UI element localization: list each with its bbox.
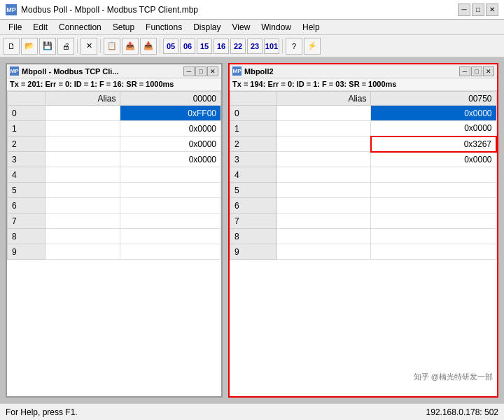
app-icon: MP bbox=[6, 4, 17, 15]
window2: MP Mbpoll2 ─ □ ✕ Tx = 194: Err = 0: ID =… bbox=[228, 63, 498, 398]
table-row[interactable]: 4 bbox=[8, 167, 221, 183]
fc06-btn[interactable]: 06 bbox=[180, 38, 195, 54]
alias-cell bbox=[277, 244, 371, 260]
value-cell[interactable] bbox=[371, 198, 496, 214]
value-cell[interactable] bbox=[120, 167, 221, 183]
alias-cell bbox=[277, 214, 371, 229]
fc101-btn[interactable]: 101 bbox=[264, 38, 279, 54]
stop-btn[interactable]: ✕ bbox=[80, 38, 97, 55]
toolbar-sep-4 bbox=[282, 39, 283, 53]
value-cell[interactable] bbox=[371, 214, 496, 229]
row-num-cell: 5 bbox=[230, 183, 277, 198]
maximize-btn[interactable]: □ bbox=[472, 4, 484, 16]
value-cell[interactable]: 0x0000 bbox=[120, 136, 221, 152]
table-row[interactable]: 9 bbox=[230, 244, 497, 260]
help-btn[interactable]: ? bbox=[286, 38, 302, 55]
value-cell[interactable]: 0x0000 bbox=[371, 121, 496, 136]
value-cell[interactable]: 0xFF00 bbox=[120, 106, 221, 121]
window1-close[interactable]: ✕ bbox=[207, 66, 218, 76]
row-num-cell: 9 bbox=[230, 244, 277, 260]
table-row[interactable]: 10x0000 bbox=[230, 121, 497, 136]
table-row[interactable]: 8 bbox=[230, 229, 497, 244]
minimize-btn[interactable]: ─ bbox=[458, 4, 470, 16]
window2-minimize[interactable]: ─ bbox=[459, 66, 470, 76]
value-cell[interactable] bbox=[120, 214, 221, 229]
export-btn[interactable]: 📤 bbox=[122, 38, 139, 55]
value-cell[interactable] bbox=[120, 244, 221, 260]
table-row[interactable]: 30x0000 bbox=[230, 152, 497, 167]
value-cell[interactable] bbox=[371, 229, 496, 244]
print-btn[interactable]: 🖨 bbox=[57, 38, 74, 55]
new-btn[interactable]: 🗋 bbox=[3, 38, 20, 55]
table-row[interactable]: 30x0000 bbox=[8, 152, 221, 167]
import-btn[interactable]: 📥 bbox=[140, 38, 157, 55]
row-num-cell: 3 bbox=[230, 152, 277, 167]
value-cell[interactable] bbox=[371, 183, 496, 198]
row-num-cell: 1 bbox=[8, 121, 46, 136]
table-row[interactable]: 00xFF00 bbox=[8, 106, 221, 121]
value-cell[interactable]: 0x0000 bbox=[120, 121, 221, 136]
save-btn[interactable]: 💾 bbox=[39, 38, 56, 55]
menu-window[interactable]: Window bbox=[255, 21, 297, 34]
table-row[interactable]: 20x3267 bbox=[230, 136, 497, 152]
fc22-btn[interactable]: 22 bbox=[230, 38, 246, 54]
open-btn[interactable]: 📂 bbox=[21, 38, 38, 55]
table-row[interactable]: 7 bbox=[230, 214, 497, 229]
menu-view[interactable]: View bbox=[227, 21, 256, 34]
table-row[interactable]: 5 bbox=[8, 183, 221, 198]
about-btn[interactable]: ⚡ bbox=[304, 38, 321, 55]
row-num-cell: 0 bbox=[8, 106, 46, 121]
value-cell[interactable]: 0x3267 bbox=[371, 136, 496, 152]
main-area: MP Mbpoll - Modbus TCP Cli... ─ □ ✕ Tx =… bbox=[0, 57, 504, 403]
menu-functions[interactable]: Functions bbox=[140, 21, 188, 34]
table-row[interactable]: 20x0000 bbox=[8, 136, 221, 152]
window2-table: Alias 00750 00x000010x000020x326730x0000… bbox=[230, 91, 497, 260]
menu-bar: File Edit Connection Setup Functions Dis… bbox=[0, 20, 504, 35]
copy-btn[interactable]: 📋 bbox=[104, 38, 120, 55]
table-row[interactable]: 7 bbox=[8, 214, 221, 229]
menu-edit[interactable]: Edit bbox=[27, 21, 53, 34]
menu-file[interactable]: File bbox=[3, 21, 27, 34]
fc16-btn[interactable]: 16 bbox=[214, 38, 229, 54]
value-cell[interactable]: 0x0000 bbox=[371, 106, 496, 121]
close-btn[interactable]: ✕ bbox=[486, 4, 498, 16]
value-cell[interactable]: 0x0000 bbox=[120, 152, 221, 167]
value-cell[interactable] bbox=[120, 198, 221, 214]
row-num-cell: 8 bbox=[8, 229, 46, 244]
menu-setup[interactable]: Setup bbox=[107, 21, 140, 34]
window1-maximize[interactable]: □ bbox=[195, 66, 206, 76]
table-row[interactable]: 8 bbox=[8, 229, 221, 244]
menu-help[interactable]: Help bbox=[297, 21, 326, 34]
fc23-btn[interactable]: 23 bbox=[247, 38, 262, 54]
window1-icon: MP bbox=[10, 66, 19, 76]
row-num-cell: 7 bbox=[8, 214, 46, 229]
table-row[interactable]: 6 bbox=[8, 198, 221, 214]
row-num-cell: 2 bbox=[8, 136, 46, 152]
fc15-btn[interactable]: 15 bbox=[197, 38, 212, 54]
row-num-cell: 0 bbox=[230, 106, 277, 121]
value-cell[interactable] bbox=[371, 167, 496, 183]
alias-cell bbox=[45, 244, 120, 260]
status-right: 192.168.0.178: 502 bbox=[426, 407, 498, 417]
value-cell[interactable]: 0x0000 bbox=[371, 152, 496, 167]
table-row[interactable]: 00x0000 bbox=[230, 106, 497, 121]
window2-maximize[interactable]: □ bbox=[471, 66, 482, 76]
fc05-btn[interactable]: 05 bbox=[163, 38, 178, 54]
table-row[interactable]: 5 bbox=[230, 183, 497, 198]
window2-close[interactable]: ✕ bbox=[483, 66, 494, 76]
value-cell[interactable] bbox=[371, 244, 496, 260]
table-row[interactable]: 10x0000 bbox=[8, 121, 221, 136]
window2-col-value: 00750 bbox=[371, 92, 496, 106]
alias-cell bbox=[277, 121, 371, 136]
window1-minimize[interactable]: ─ bbox=[183, 66, 195, 76]
menu-display[interactable]: Display bbox=[188, 21, 226, 34]
window1-title: Mbpoll - Modbus TCP Cli... bbox=[22, 67, 119, 76]
table-row[interactable]: 9 bbox=[8, 244, 221, 260]
toolbar-sep-1 bbox=[77, 39, 78, 53]
menu-connection[interactable]: Connection bbox=[53, 21, 107, 34]
window1: MP Mbpoll - Modbus TCP Cli... ─ □ ✕ Tx =… bbox=[6, 63, 223, 398]
table-row[interactable]: 4 bbox=[230, 167, 497, 183]
table-row[interactable]: 6 bbox=[230, 198, 497, 214]
value-cell[interactable] bbox=[120, 183, 221, 198]
value-cell[interactable] bbox=[120, 229, 221, 244]
